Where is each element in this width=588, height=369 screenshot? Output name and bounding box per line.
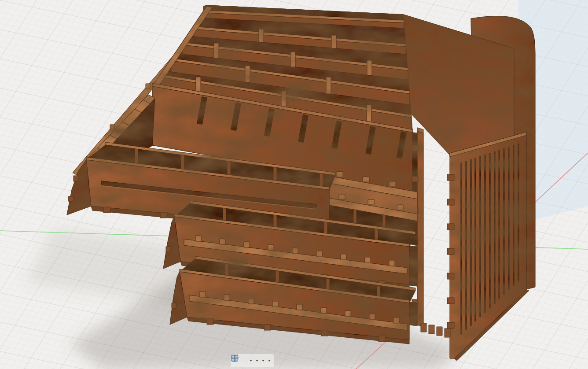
viewport-canvas[interactable] [0,0,588,369]
display-settings-dropdown-caret[interactable] [256,360,258,362]
fit-dropdown-caret[interactable] [250,360,252,362]
zoom-button[interactable] [245,355,247,366]
fit-button[interactable] [248,355,254,366]
viewports-icon [231,354,239,362]
cad-viewport[interactable] [0,0,588,369]
grid-settings-button[interactable] [260,355,266,366]
viewports-dropdown-caret[interactable] [268,360,271,362]
viewports-button[interactable] [266,355,272,366]
pan-button[interactable] [242,355,244,366]
grid-settings-dropdown-caret[interactable] [262,360,265,362]
navigation-toolbar [231,354,274,367]
display-settings-button[interactable] [254,355,260,366]
